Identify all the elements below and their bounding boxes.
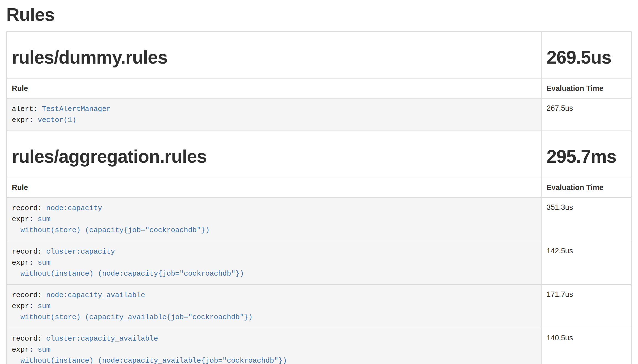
rule-code-line: without(store) (capacity{job="cockroachd…: [12, 225, 536, 236]
rule-code-text: expr:: [12, 259, 38, 267]
rule-code-text: expr:: [12, 215, 38, 223]
rule-code-line: alert: TestAlertManager: [12, 104, 536, 115]
rule-row: record: cluster:capacityexpr: sum withou…: [7, 241, 631, 284]
rule-code-line: without(instance) (node:capacity_availab…: [12, 355, 536, 364]
rule-evaluation-time: 351.3us: [541, 197, 631, 241]
rule-cell: alert: TestAlertManagerexpr: vector(1): [7, 98, 541, 131]
rule-row: record: cluster:capacity_availableexpr: …: [7, 328, 631, 364]
rule-link[interactable]: sum: [38, 346, 51, 354]
group-evaluation-time: 269.5us: [541, 32, 631, 79]
rule-evaluation-time: 171.7us: [541, 284, 631, 328]
rule-link[interactable]: cluster:capacity: [46, 248, 115, 256]
rule-code-line: expr: sum: [12, 257, 536, 268]
column-header-evaluation-time: Evaluation Time: [541, 79, 631, 98]
rule-code: alert: TestAlertManagerexpr: vector(1): [12, 104, 536, 126]
rule-cell: record: cluster:capacityexpr: sum withou…: [7, 241, 541, 284]
rule-link[interactable]: sum: [38, 302, 51, 310]
group-header-row: rules/aggregation.rules295.7ms: [7, 131, 631, 178]
rule-row: record: node:capacity_availableexpr: sum…: [7, 284, 631, 328]
rule-link[interactable]: node:capacity: [46, 204, 102, 212]
rule-code-text: record:: [12, 204, 46, 212]
rule-code-text: alert:: [12, 105, 42, 113]
rule-link[interactable]: without(instance) (node:capacity_availab…: [20, 357, 287, 364]
rule-code-line: record: cluster:capacity: [12, 246, 536, 257]
rule-code-line: record: cluster:capacity_available: [12, 333, 536, 344]
rules-page: Rules rules/dummy.rules269.5usRuleEvalua…: [0, 4, 638, 364]
rule-link[interactable]: TestAlertManager: [42, 105, 111, 113]
rule-code-line: expr: sum: [12, 214, 536, 225]
column-header-rule: Rule: [7, 178, 541, 197]
rule-code-text: expr:: [12, 116, 38, 124]
rule-code: record: cluster:capacity_availableexpr: …: [12, 333, 536, 364]
column-header-rule: Rule: [7, 79, 541, 98]
group-file-name: rules/aggregation.rules: [7, 131, 541, 178]
rule-evaluation-time: 140.5us: [541, 328, 631, 364]
column-header-row: RuleEvaluation Time: [7, 79, 631, 98]
rule-link[interactable]: cluster:capacity_available: [46, 335, 158, 343]
rule-link[interactable]: vector(1): [38, 116, 76, 124]
rule-code-line: without(instance) (node:capacity{job="co…: [12, 268, 536, 279]
rule-code: record: node:capacity_availableexpr: sum…: [12, 290, 536, 323]
group-evaluation-time: 295.7ms: [541, 131, 631, 178]
rule-code-text: expr:: [12, 346, 38, 354]
rule-cell: record: node:capacityexpr: sum without(s…: [7, 197, 541, 241]
rule-row: record: node:capacityexpr: sum without(s…: [7, 197, 631, 241]
rule-code-line: expr: vector(1): [12, 115, 536, 126]
rule-code-text: [12, 357, 20, 364]
rule-code-text: record:: [12, 335, 46, 343]
group-header-row: rules/dummy.rules269.5us: [7, 32, 631, 79]
rule-code-text: [12, 226, 20, 234]
rule-link[interactable]: without(store) (capacity_available{job="…: [20, 313, 253, 321]
rule-link[interactable]: node:capacity_available: [46, 291, 145, 299]
rule-code-line: record: node:capacity_available: [12, 290, 536, 301]
rules-table-body: rules/dummy.rules269.5usRuleEvaluation T…: [7, 32, 631, 364]
rule-code: record: node:capacityexpr: sum without(s…: [12, 203, 536, 236]
rule-evaluation-time: 142.5us: [541, 241, 631, 284]
column-header-row: RuleEvaluation Time: [7, 178, 631, 197]
rule-code-text: record:: [12, 248, 46, 256]
group-file-name: rules/dummy.rules: [7, 32, 541, 79]
rule-code-line: expr: sum: [12, 301, 536, 312]
rule-evaluation-time: 267.5us: [541, 98, 631, 131]
rule-code-line: without(store) (capacity_available{job="…: [12, 312, 536, 323]
rule-code-text: [12, 313, 20, 321]
rule-link[interactable]: sum: [38, 215, 51, 223]
rules-table: rules/dummy.rules269.5usRuleEvaluation T…: [6, 31, 632, 364]
rule-code-text: [12, 270, 20, 278]
column-header-evaluation-time: Evaluation Time: [541, 178, 631, 197]
rule-row: alert: TestAlertManagerexpr: vector(1)26…: [7, 98, 631, 131]
rule-link[interactable]: without(instance) (node:capacity{job="co…: [20, 270, 244, 278]
rule-code-line: expr: sum: [12, 344, 536, 355]
rule-code-line: record: node:capacity: [12, 203, 536, 214]
rule-code-text: expr:: [12, 302, 38, 310]
rule-code-text: record:: [12, 291, 46, 299]
rule-code: record: cluster:capacityexpr: sum withou…: [12, 246, 536, 279]
page-title: Rules: [6, 4, 632, 25]
rule-link[interactable]: sum: [38, 259, 51, 267]
rule-link[interactable]: without(store) (capacity{job="cockroachd…: [20, 226, 210, 234]
rule-cell: record: node:capacity_availableexpr: sum…: [7, 284, 541, 328]
rule-cell: record: cluster:capacity_availableexpr: …: [7, 328, 541, 364]
